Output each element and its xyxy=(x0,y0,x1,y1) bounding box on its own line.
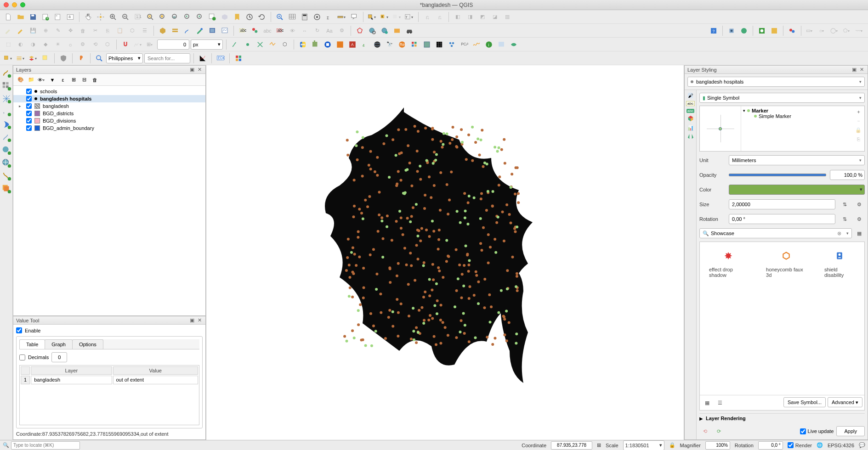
add-mesh-icon[interactable] xyxy=(1,94,11,104)
plugin-c-icon[interactable] xyxy=(756,25,767,36)
size-spinner[interactable]: ⇅ xyxy=(839,199,850,210)
adv-g[interactable]: ⚙ xyxy=(77,39,88,50)
adv-c[interactable]: ◑ xyxy=(28,39,39,50)
plugin-d-icon[interactable] xyxy=(769,25,780,36)
add-xyz-icon[interactable] xyxy=(1,184,11,194)
map-tips-icon[interactable] xyxy=(349,11,360,22)
vertex-tool-icon[interactable]: ⬡ xyxy=(127,25,138,36)
move-feature-icon[interactable]: ✥ xyxy=(65,25,76,36)
sb-magnifier-input[interactable] xyxy=(705,441,730,450)
generic-tool-e[interactable]: ▥ xyxy=(502,11,513,22)
remove-layer-icon[interactable]: 🗑 xyxy=(90,75,99,84)
save-edits-icon[interactable]: 💾 xyxy=(28,25,39,36)
3d-tab-icon[interactable] xyxy=(687,115,694,123)
select-tool-icon[interactable] xyxy=(3,53,14,64)
close-window-button[interactable] xyxy=(4,2,9,7)
rotation-input[interactable] xyxy=(729,214,835,224)
undock-vt-icon[interactable]: ▣ xyxy=(189,317,195,324)
maximize-window-button[interactable] xyxy=(20,2,25,7)
adv-i[interactable]: ⬡ xyxy=(102,39,113,50)
zoom-full-icon[interactable] xyxy=(145,11,156,22)
enable-checkbox-row[interactable]: Enable xyxy=(16,327,203,333)
add-vector-icon[interactable] xyxy=(1,68,11,78)
cad-tools-icon[interactable] xyxy=(207,25,218,36)
sb-scale-select[interactable]: 1:1830501▾ xyxy=(623,440,664,450)
close-ls-icon[interactable]: ✕ xyxy=(858,67,865,73)
rotate-label-icon[interactable]: ↻ xyxy=(312,25,323,36)
color-grid-icon[interactable] xyxy=(233,53,244,64)
locator-input[interactable] xyxy=(11,441,80,450)
layer-row-2[interactable]: ▸bangladesh xyxy=(13,102,205,110)
tab-graph[interactable]: Graph xyxy=(45,339,73,349)
polygon-tool-icon[interactable] xyxy=(354,25,365,36)
new-3d-view-icon[interactable] xyxy=(219,11,230,22)
plugin-b-icon[interactable] xyxy=(738,25,749,36)
size-input[interactable] xyxy=(729,199,835,209)
labels-tab-icon[interactable]: abc xyxy=(686,100,695,106)
plugin-wave-icon[interactable] xyxy=(471,39,482,50)
pin-label-icon[interactable]: abc xyxy=(274,25,285,36)
decimals-input[interactable] xyxy=(51,352,67,362)
python-icon[interactable] xyxy=(297,39,308,50)
trace-icon[interactable] xyxy=(219,25,230,36)
rotation-spinner[interactable]: ⇅ xyxy=(839,214,850,225)
diagram-tool-icon[interactable] xyxy=(250,25,261,36)
plugin-pca-icon[interactable]: PCA xyxy=(459,39,470,50)
add-wms-icon[interactable] xyxy=(1,145,11,155)
diagrams-tab-icon[interactable]: 📊 xyxy=(687,125,694,131)
plugin-bow-icon[interactable] xyxy=(508,39,519,50)
layer-row-0[interactable]: schools xyxy=(13,88,205,95)
undock-ls-icon[interactable]: ▣ xyxy=(851,67,857,73)
undock-icon[interactable]: ▣ xyxy=(189,67,195,73)
zoom-in-icon[interactable] xyxy=(108,11,119,22)
showcase-item[interactable]: honeycomb faux 3d xyxy=(766,251,806,278)
plugin-orange-icon[interactable] xyxy=(335,39,346,50)
duplicate-symbol-icon[interactable]: ⎘ xyxy=(854,135,863,143)
crs-label[interactable]: EPSG:4326 xyxy=(828,443,854,448)
annotation-icon[interactable]: T xyxy=(404,11,415,22)
new-print-layout-icon[interactable]: + xyxy=(40,11,51,22)
undo-style-icon[interactable]: ⟲ xyxy=(699,426,710,437)
lock-icon[interactable]: 🔒 xyxy=(669,442,675,448)
snap-unit-select[interactable]: px▾ xyxy=(191,39,223,50)
new-map-view-icon[interactable] xyxy=(207,11,218,22)
opacity-input[interactable] xyxy=(830,170,865,180)
unit-select[interactable]: Millimeters xyxy=(729,155,865,165)
showcase-item[interactable]: shield disability xyxy=(824,251,855,278)
plugin-grid2-icon[interactable] xyxy=(421,39,432,50)
layer-row-4[interactable]: BGD_divisions xyxy=(13,117,205,124)
adv-d[interactable]: ◆ xyxy=(40,39,51,50)
redo-style-icon[interactable]: ⟳ xyxy=(713,426,724,437)
snapping-icon[interactable] xyxy=(120,39,131,50)
layer-row-5[interactable]: BGD_admin_boundary xyxy=(13,124,205,132)
plugin-map-icon[interactable] xyxy=(496,39,507,50)
new-shapefile-icon[interactable] xyxy=(157,25,168,36)
highlight-tool-icon[interactable] xyxy=(40,53,51,64)
layer-row-1[interactable]: bangladesh hospitals xyxy=(13,95,205,102)
toggle-editing-icon[interactable] xyxy=(15,25,26,36)
refresh-icon[interactable] xyxy=(256,11,267,22)
plugin-cluster-icon[interactable] xyxy=(446,39,457,50)
save-project-icon[interactable] xyxy=(28,11,39,22)
save-symbol-button[interactable]: Save Symbol... xyxy=(783,397,826,407)
adv-f[interactable]: ☼ xyxy=(65,39,76,50)
history-tab-icon[interactable] xyxy=(687,133,694,141)
plugin-a-icon[interactable] xyxy=(726,25,737,36)
shape-circle-icon[interactable]: ○ xyxy=(817,25,828,36)
remove-symbol-icon[interactable]: － xyxy=(854,117,863,125)
generic-tool-b[interactable]: ◨ xyxy=(465,11,476,22)
icon-view-icon[interactable]: ▦ xyxy=(702,397,713,408)
shield-icon[interactable] xyxy=(58,53,69,64)
copy-icon[interactable]: ⎘ xyxy=(102,25,113,36)
car-icon[interactable] xyxy=(404,25,415,36)
search-input[interactable] xyxy=(144,53,190,63)
advanced-button[interactable]: Advanced ▾ xyxy=(828,397,862,407)
close-vt-icon[interactable]: ✕ xyxy=(196,317,203,324)
field-calculator-icon[interactable] xyxy=(299,11,310,22)
zoom-last-icon[interactable] xyxy=(182,11,193,22)
sb-rotation-input[interactable] xyxy=(758,441,783,450)
plugins-icon[interactable] xyxy=(310,39,321,50)
map-canvas[interactable] xyxy=(206,65,684,440)
symbology-tab-icon[interactable]: 🖌 xyxy=(688,93,693,98)
tab-table[interactable]: Table xyxy=(19,339,45,349)
